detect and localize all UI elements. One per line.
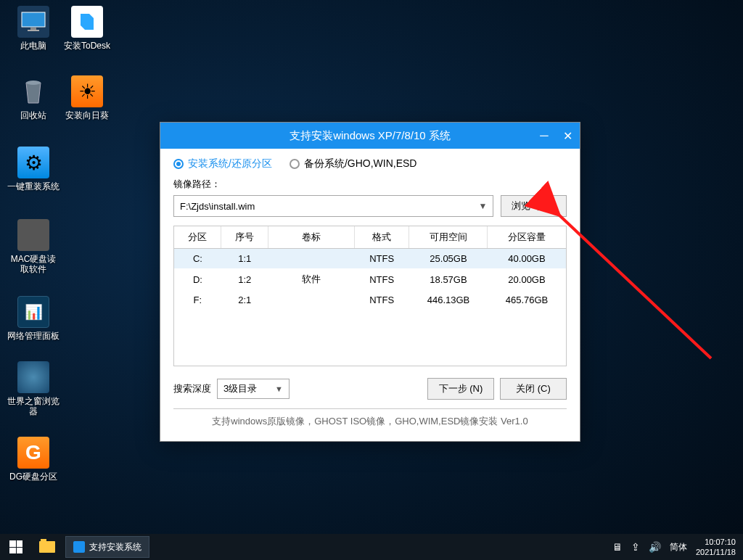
window-title: 支持安装windows XP/7/8/10 系统 [290, 129, 451, 143]
desktop-icon-sunflower[interactable]: ☀ 安装向日葵 [61, 75, 113, 120]
desktop-icon-label: 此电脑 [7, 41, 59, 51]
close-button-footer[interactable]: 关闭 (C) [500, 378, 567, 400]
table-row[interactable]: D: 1:2 软件 NTFS 18.57GB 20.00GB [174, 268, 566, 290]
windows-icon [9, 540, 22, 553]
dg-icon: G [17, 437, 49, 469]
recycle-bin-icon [17, 75, 49, 107]
svg-rect-0 [22, 12, 45, 27]
next-button[interactable]: 下一步 (N) [427, 378, 494, 400]
cell-format: NTFS [354, 249, 409, 268]
svg-point-3 [26, 81, 41, 85]
desktop-icon-dg-partition[interactable]: G DG硬盘分区 [7, 437, 59, 482]
table-row[interactable]: C: 1:1 NTFS 25.05GB 40.00GB [174, 249, 566, 268]
start-button[interactable] [0, 534, 32, 560]
taskbar-clock[interactable]: 10:07:10 2021/11/18 [696, 537, 736, 557]
col-total: 分区容量 [488, 226, 566, 248]
close-button[interactable]: ✕ [561, 129, 574, 143]
svg-rect-1 [30, 28, 36, 30]
partition-table-body: C: 1:1 NTFS 25.05GB 40.00GB D: 1:2 软件 NT… [173, 249, 567, 366]
apple-icon [17, 219, 49, 251]
todesk-icon [71, 6, 103, 38]
col-index: 序号 [221, 226, 268, 248]
desktop-icon-network-panel[interactable]: 📊 网络管理面板 [7, 296, 59, 341]
gear-icon: ⚙ [17, 147, 49, 178]
cell-total: 40.00GB [488, 249, 566, 268]
col-free: 可用空间 [409, 226, 488, 248]
browse-button[interactable]: 浏览（B） [501, 195, 567, 217]
clock-time: 10:07:10 [696, 537, 736, 547]
taskbar-task-label: 支持安装系统 [89, 541, 141, 553]
radio-label: 备份系统/GHO,WIN,ESD [304, 157, 417, 170]
cell-volume: 软件 [268, 268, 355, 290]
titlebar[interactable]: 支持安装windows XP/7/8/10 系统 ─ ✕ [160, 123, 580, 149]
gear-icon [73, 541, 85, 553]
radio-backup[interactable]: 备份系统/GHO,WIN,ESD [290, 157, 417, 170]
ime-indicator[interactable]: 简体 [670, 541, 687, 553]
col-format: 格式 [354, 226, 409, 248]
radio-icon [290, 159, 300, 169]
network-panel-icon: 📊 [17, 296, 49, 328]
col-volume: 卷标 [268, 226, 355, 248]
cell-partition: D: [174, 268, 221, 290]
search-depth-label: 搜索深度 [173, 382, 211, 395]
sunflower-icon: ☀ [71, 75, 103, 107]
svg-rect-2 [28, 30, 39, 31]
taskbar-file-explorer[interactable] [32, 534, 62, 560]
installer-window: 支持安装windows XP/7/8/10 系统 ─ ✕ 安装系统/还原分区 备… [160, 122, 580, 442]
desktop-icon-todesk[interactable]: 安装ToDesk [61, 6, 113, 51]
desktop-icon-label: 安装ToDesk [61, 41, 113, 51]
desktop-icon-label: 回收站 [7, 110, 59, 120]
desktop-icon-label: 世界之窗浏览器 [7, 396, 59, 416]
system-tray: 🖥 ⇪ 🔊 简体 10:07:10 2021/11/18 [612, 537, 743, 557]
table-row[interactable]: F: 2:1 NTFS 446.13GB 465.76GB [174, 290, 566, 310]
desktop-icon-label: 一键重装系统 [7, 181, 59, 192]
desktop-icon-label: 网络管理面板 [7, 331, 59, 341]
cell-index: 1:1 [221, 249, 268, 268]
monitor-icon [17, 6, 49, 38]
radio-install-restore[interactable]: 安装系统/还原分区 [173, 157, 272, 170]
search-depth-value: 3级目录 [223, 382, 257, 395]
globe-icon [17, 361, 49, 393]
cell-partition: C: [174, 249, 221, 268]
cell-free: 446.13GB [409, 290, 488, 310]
cell-free: 25.05GB [409, 249, 488, 268]
cell-total: 465.76GB [488, 290, 566, 310]
radio-label: 安装系统/还原分区 [188, 157, 272, 170]
cell-free: 18.57GB [409, 268, 488, 290]
image-path-dropdown[interactable]: F:\Zjds\install.wim ▼ [173, 195, 493, 217]
desktop-icon-label: MAC硬盘读取软件 [7, 254, 59, 274]
taskbar: 支持安装系统 🖥 ⇪ 🔊 简体 10:07:10 2021/11/18 [0, 534, 743, 560]
footer-text: 支持windows原版镜像，GHOST ISO镜像，GHO,WIM,ESD镜像安… [173, 408, 567, 434]
desktop-icon-recycle-bin[interactable]: 回收站 [7, 75, 59, 120]
image-path-value: F:\Zjds\install.wim [180, 201, 255, 212]
cell-partition: F: [174, 290, 221, 310]
minimize-button[interactable]: ─ [538, 129, 551, 142]
desktop-icon-this-pc[interactable]: 此电脑 [7, 6, 59, 51]
cell-index: 1:2 [221, 268, 268, 290]
cell-volume [268, 249, 355, 268]
cell-format: NTFS [354, 290, 409, 310]
partition-table-header: 分区 序号 卷标 格式 可用空间 分区容量 [173, 226, 567, 249]
cell-volume [268, 290, 355, 310]
desktop-icon-world-browser[interactable]: 世界之窗浏览器 [7, 361, 59, 416]
volume-icon[interactable]: 🔊 [649, 541, 661, 553]
cell-total: 20.00GB [488, 268, 566, 290]
chevron-down-icon: ▼ [275, 384, 283, 393]
desktop-icon-mac-disk[interactable]: MAC硬盘读取软件 [7, 219, 59, 274]
radio-icon [173, 159, 184, 169]
search-depth-dropdown[interactable]: 3级目录 ▼ [217, 379, 290, 399]
desktop-icon-label: DG硬盘分区 [7, 472, 59, 482]
network-icon[interactable]: 🖥 [612, 541, 623, 553]
desktop-icon-reinstall[interactable]: ⚙ 一键重装系统 [7, 147, 59, 192]
clock-date: 2021/11/18 [696, 547, 736, 557]
folder-icon [39, 541, 55, 553]
usb-icon[interactable]: ⇪ [631, 541, 640, 553]
desktop: 此电脑 安装ToDesk 回收站 ☀ 安装向日葵 ⚙ 一键重装系统 MAC硬盘读… [0, 0, 743, 560]
cell-index: 2:1 [221, 290, 268, 310]
cell-format: NTFS [354, 268, 409, 290]
chevron-down-icon: ▼ [478, 201, 487, 211]
col-partition: 分区 [174, 226, 221, 248]
image-path-label: 镜像路径： [173, 178, 567, 191]
taskbar-task-installer[interactable]: 支持安装系统 [65, 536, 149, 558]
desktop-icon-label: 安装向日葵 [61, 110, 113, 120]
